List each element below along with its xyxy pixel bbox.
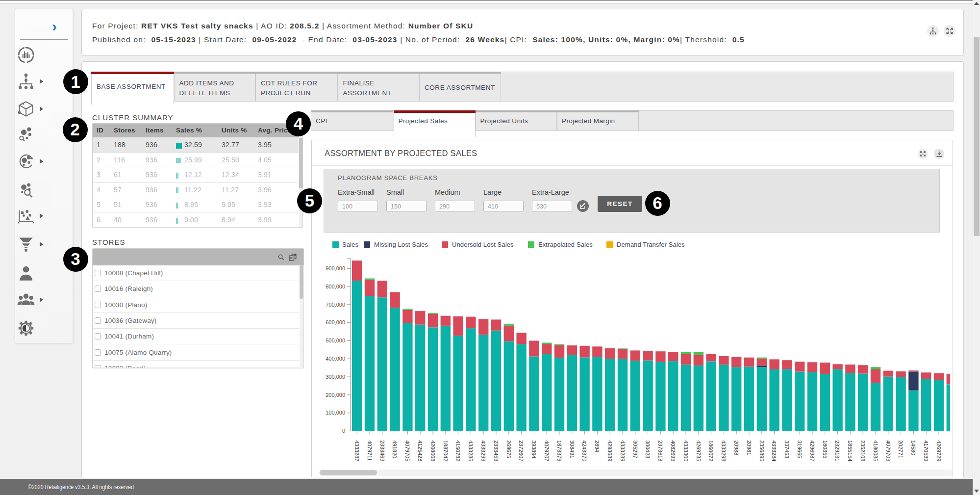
svg-text:4296987: 4296987: [809, 441, 815, 462]
svg-text:2373618: 2373618: [657, 441, 663, 462]
svg-text:180355: 180355: [822, 441, 828, 459]
svg-text:1887042: 1887042: [443, 441, 449, 462]
svg-text:400,000: 400,000: [326, 356, 345, 362]
svg-text:4125428: 4125428: [417, 441, 423, 462]
svg-text:4170539: 4170539: [923, 441, 929, 462]
svg-text:2894: 2894: [594, 441, 600, 452]
svg-text:4243370: 4243370: [581, 441, 587, 462]
svg-text:4333287: 4333287: [354, 441, 360, 462]
svg-text:20988: 20988: [733, 441, 739, 456]
svg-text:308491: 308491: [569, 441, 575, 459]
svg-text:4150782: 4150782: [455, 441, 461, 462]
svg-text:4079705: 4079705: [404, 441, 410, 462]
svg-text:4180085: 4180085: [873, 441, 879, 462]
svg-text:2329131: 2329131: [834, 441, 840, 462]
svg-text:900,000: 900,000: [326, 265, 345, 271]
svg-text:1873379: 1873379: [556, 441, 562, 462]
svg-text:4333299: 4333299: [480, 441, 486, 462]
svg-text:393894: 393894: [531, 441, 537, 459]
svg-text:4333289: 4333289: [620, 441, 626, 462]
svg-text:800,000: 800,000: [326, 284, 345, 289]
svg-text:337453: 337453: [784, 441, 790, 459]
svg-text:202771: 202771: [898, 441, 904, 459]
svg-text:4079709: 4079709: [885, 441, 891, 462]
svg-text:600,000: 600,000: [326, 319, 345, 325]
svg-text:14580: 14580: [910, 441, 916, 456]
svg-text:4208068: 4208068: [430, 441, 436, 462]
svg-text:1855154: 1855154: [847, 441, 853, 462]
svg-text:305297: 305297: [632, 441, 638, 459]
svg-text:4082699: 4082699: [670, 441, 676, 462]
svg-text:500,000: 500,000: [326, 338, 345, 343]
svg-text:0: 0: [342, 428, 345, 434]
svg-text:2333459: 2333459: [493, 441, 499, 462]
svg-text:4079711: 4079711: [367, 441, 373, 461]
svg-text:1860072: 1860072: [708, 441, 714, 462]
svg-text:491820: 491820: [392, 441, 398, 459]
svg-text:4079707: 4079707: [544, 441, 550, 462]
svg-text:300423: 300423: [645, 441, 651, 459]
svg-text:4293689: 4293689: [607, 441, 613, 462]
svg-text:269675: 269675: [506, 441, 512, 459]
svg-text:4269729: 4269729: [936, 441, 942, 462]
svg-text:200,000: 200,000: [326, 392, 345, 398]
svg-text:4333284: 4333284: [771, 441, 777, 462]
svg-text:2372607: 2372607: [518, 441, 524, 462]
svg-text:2356895: 2356895: [759, 441, 765, 462]
svg-text:100,000: 100,000: [326, 410, 345, 416]
svg-text:4333285: 4333285: [468, 441, 474, 462]
svg-text:4333300: 4333300: [683, 441, 689, 462]
svg-text:2333463: 2333463: [379, 441, 385, 462]
svg-text:300,000: 300,000: [326, 374, 345, 380]
svg-text:700,000: 700,000: [326, 302, 345, 308]
svg-text:2352108: 2352108: [860, 441, 866, 462]
svg-text:20981: 20981: [746, 441, 752, 456]
svg-text:4269735: 4269735: [696, 441, 702, 462]
svg-text:4333298: 4333298: [721, 441, 727, 462]
svg-text:319665: 319665: [797, 441, 803, 459]
